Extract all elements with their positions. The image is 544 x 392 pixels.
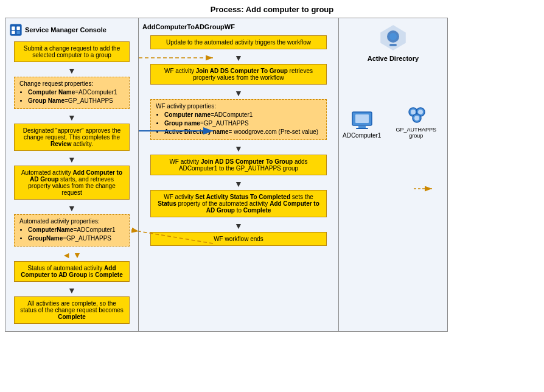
left-panel-title: Service Manager Console [9,23,134,37]
mid-box6: WF workflow ends [150,232,327,246]
left-box1: Submit a change request to add the selec… [14,41,130,62]
middle-panel: AddComputerToADGroupWF Update to the aut… [138,18,339,332]
svg-rect-2 [16,27,20,30]
mid-box2: WF activity Join AD DS Computer To Group… [150,64,327,85]
arrow4: ▼ [68,203,76,213]
left-box5: Automated activity properties: ComputerN… [14,214,130,247]
arrow1: ▼ [68,66,76,75]
ad-group-icon-group: GP_AUTHAPPS group [388,103,444,139]
svg-rect-11 [358,126,366,128]
svg-rect-4 [16,30,20,34]
arrow5: ◄ ▼ [62,250,82,260]
arrow3: ▼ [68,155,76,164]
mid-arrow5: ▼ [234,221,243,231]
ad-group-icon [405,103,428,127]
left-box7: All activities are complete, so the stat… [14,296,130,324]
svg-rect-8 [389,44,397,46]
left-box6: Status of automated activity Add Compute… [14,261,130,282]
left-panel: Service Manager Console Submit a change … [5,18,139,332]
mid-box3: WF activity properties: Computer name=AD… [150,99,327,140]
ad-group-label: GP_AUTHAPPS group [388,127,444,139]
mid-box5: WF activity Set Activity Status To Compl… [150,190,327,217]
svg-point-18 [414,116,419,121]
mid-arrow1: ▼ [234,53,243,63]
svg-point-7 [389,33,397,40]
right-panel: Active Directory ADComputer1 [338,18,448,332]
ad-computer-icon-group: ADComputer1 [343,109,381,139]
service-manager-icon [9,23,23,37]
mid-box4: WF activity Join AD DS Computer To Group… [150,155,327,175]
svg-rect-0 [10,24,21,35]
ad-computer-label: ADComputer1 [343,132,381,139]
svg-point-16 [411,110,416,114]
page-title: Process: Add computer to group [0,0,544,18]
mid-arrow4: ▼ [234,179,243,189]
middle-panel-title: AddComputerToADGroupWF [142,23,335,30]
left-box3: Designated "approver" approves the chang… [14,124,130,151]
ad-icons-area: ADComputer1 GP_AUTHAPPS group [343,103,444,139]
svg-rect-10 [355,114,369,123]
arrow6: ▼ [68,285,76,295]
svg-rect-1 [12,27,15,30]
svg-rect-12 [356,128,368,129]
mid-arrow2: ▼ [234,88,243,98]
active-directory-icon [378,23,408,52]
svg-rect-3 [12,30,15,34]
left-box4: Automated activity Add Computer to AD Gr… [14,166,130,200]
mid-arrow3: ▼ [234,144,243,153]
left-box2: Change request properties: Computer Name… [14,77,130,109]
right-panel-title: Active Directory [368,23,419,62]
svg-point-17 [418,110,423,114]
ad-computer-icon [350,109,374,132]
arrow2: ▼ [68,113,76,122]
mid-box1: Update to the automated activity trigger… [150,35,327,49]
